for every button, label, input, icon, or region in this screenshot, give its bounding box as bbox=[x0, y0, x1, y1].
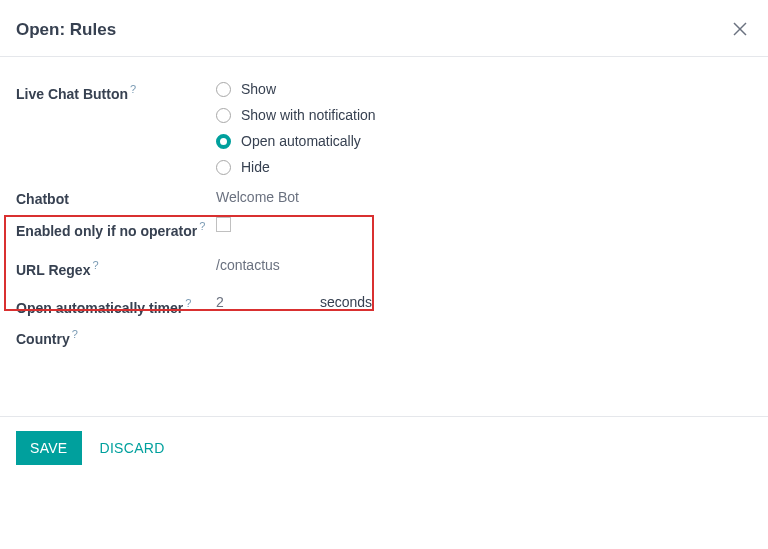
dialog-footer: SAVE DISCARD bbox=[0, 417, 768, 481]
radio-label: Open automatically bbox=[241, 133, 361, 149]
label-text: Live Chat Button bbox=[16, 86, 128, 102]
enabled-only-checkbox[interactable] bbox=[216, 217, 231, 232]
radio-group: Show Show with notification Open automat… bbox=[216, 81, 752, 175]
help-icon[interactable]: ? bbox=[185, 297, 191, 309]
label-chatbot: Chatbot bbox=[16, 189, 216, 207]
row-open-automatically-timer: Open automatically timer? 2 seconds bbox=[16, 294, 752, 318]
row-enabled-only-if-no-operator: Enabled only if no operator? bbox=[16, 217, 752, 241]
label-text: URL Regex bbox=[16, 262, 90, 278]
help-icon[interactable]: ? bbox=[130, 83, 136, 95]
help-icon[interactable]: ? bbox=[199, 220, 205, 232]
label-live-chat-button: Live Chat Button? bbox=[16, 81, 216, 102]
radio-show-with-notification[interactable]: Show with notification bbox=[216, 107, 752, 123]
row-live-chat-button: Live Chat Button? Show Show with notific… bbox=[16, 81, 752, 175]
label-country: Country? bbox=[16, 326, 216, 347]
row-country: Country? bbox=[16, 326, 752, 347]
timer-unit: seconds bbox=[320, 294, 372, 310]
help-icon[interactable]: ? bbox=[72, 328, 78, 340]
label-text: Country bbox=[16, 330, 70, 346]
radio-hide[interactable]: Hide bbox=[216, 159, 752, 175]
label-text: Open automatically timer bbox=[16, 299, 183, 315]
radio-icon bbox=[216, 108, 231, 123]
radio-label: Show bbox=[241, 81, 276, 97]
url-regex-value[interactable]: /contactus bbox=[216, 257, 752, 273]
label-open-automatically-timer: Open automatically timer? bbox=[16, 294, 216, 318]
close-icon bbox=[732, 21, 748, 37]
close-button[interactable] bbox=[728, 16, 752, 44]
label-enabled-only-if-no-operator: Enabled only if no operator? bbox=[16, 217, 216, 241]
row-url-regex: URL Regex? /contactus bbox=[16, 257, 752, 278]
radio-icon-selected bbox=[216, 134, 231, 149]
label-text: Chatbot bbox=[16, 191, 69, 207]
timer-value-wrap: 2 seconds bbox=[216, 294, 752, 310]
form-body: Live Chat Button? Show Show with notific… bbox=[0, 57, 768, 416]
row-chatbot: Chatbot Welcome Bot bbox=[16, 189, 752, 207]
radio-label: Hide bbox=[241, 159, 270, 175]
dialog-title: Open: Rules bbox=[16, 20, 116, 40]
radio-icon bbox=[216, 160, 231, 175]
live-chat-button-options: Show Show with notification Open automat… bbox=[216, 81, 752, 175]
dialog-header: Open: Rules bbox=[0, 0, 768, 56]
radio-show[interactable]: Show bbox=[216, 81, 752, 97]
save-button[interactable]: SAVE bbox=[16, 431, 82, 465]
radio-label: Show with notification bbox=[241, 107, 376, 123]
radio-icon bbox=[216, 82, 231, 97]
chatbot-value[interactable]: Welcome Bot bbox=[216, 189, 752, 205]
help-icon[interactable]: ? bbox=[92, 259, 98, 271]
radio-open-automatically[interactable]: Open automatically bbox=[216, 133, 752, 149]
timer-value[interactable]: 2 bbox=[216, 294, 316, 310]
label-text: Enabled only if no operator bbox=[16, 223, 197, 239]
enabled-only-checkbox-wrap bbox=[216, 217, 752, 232]
label-url-regex: URL Regex? bbox=[16, 257, 216, 278]
discard-button[interactable]: DISCARD bbox=[100, 440, 165, 456]
